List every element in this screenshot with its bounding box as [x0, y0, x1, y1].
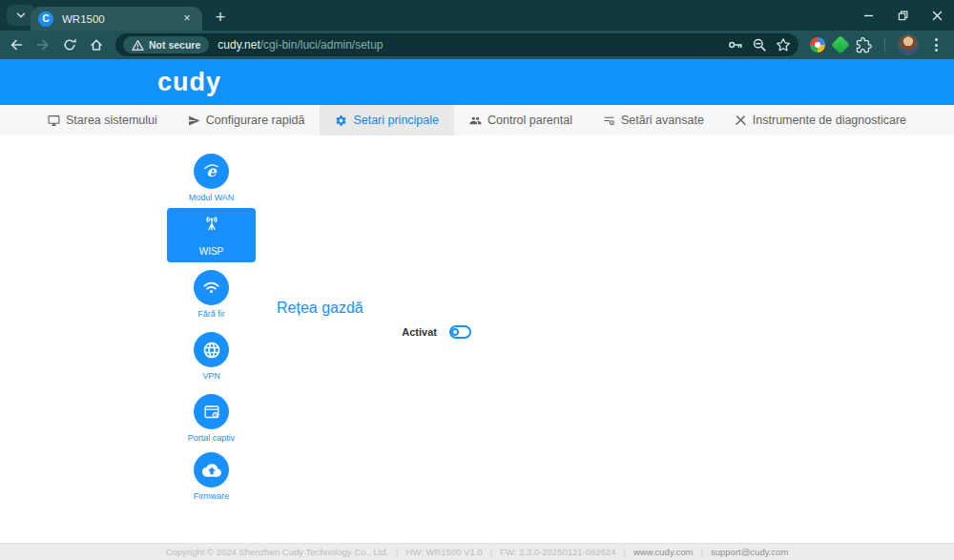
bookmark-star-icon[interactable]: [776, 37, 791, 52]
sidebar: e Modul WAN WISP Fără fir V: [167, 135, 256, 543]
sliders-gear-icon: [603, 114, 615, 127]
nav-label: Configurare rapidă: [206, 114, 305, 127]
sidebar-item-label: Modul WAN: [189, 193, 235, 202]
sidebar-item-label: Fără fir: [197, 309, 225, 319]
paper-plane-icon: [188, 114, 200, 127]
main-nav: Starea sistemului Configurare rapidă Set…: [0, 105, 954, 135]
close-button[interactable]: [920, 0, 954, 31]
sidebar-item-label: Firmware: [194, 491, 230, 501]
restore-icon: [898, 10, 908, 21]
footer-copyright: Copyright © 2024 Shenzhen Cudy Technolog…: [166, 547, 388, 557]
home-icon: [89, 37, 104, 52]
browser-window: C WR1500 × +: [0, 0, 954, 560]
captive-portal-icon: [194, 394, 229, 429]
tab-diagnostic-tools[interactable]: Instrumente de diagnosticare: [719, 105, 922, 135]
footer-firmware: FW: 2.3.0-20250121-092624: [483, 547, 616, 557]
extension-green-icon[interactable]: [831, 35, 850, 54]
cloud-upload-icon: [194, 452, 229, 487]
reload-button[interactable]: [56, 31, 83, 58]
browser-e-icon: e: [194, 154, 229, 189]
page-content: e Modul WAN WISP Fără fir V: [0, 135, 954, 543]
gear-icon: [335, 114, 347, 127]
tab-system-status[interactable]: Starea sistemului: [32, 105, 173, 135]
security-label: Not secure: [149, 39, 200, 51]
tab-parental-control[interactable]: Control parental: [454, 105, 588, 135]
page-title: Rețea gazdă: [277, 300, 363, 317]
sidebar-item-firmware[interactable]: Firmware: [167, 452, 256, 501]
browser-tab[interactable]: C WR1500 ×: [31, 7, 202, 31]
warning-icon: [132, 39, 144, 52]
back-icon: [9, 37, 24, 52]
password-key-icon[interactable]: [728, 37, 743, 52]
window-controls: [851, 0, 954, 31]
sidebar-item-wan-mode[interactable]: e Modul WAN: [167, 154, 256, 202]
sidebar-item-label: WISP: [199, 246, 224, 257]
tab-title: WR1500: [62, 13, 179, 25]
nav-label: Setari principale: [353, 114, 439, 127]
forward-icon: [35, 37, 51, 52]
brand-header: cudy: [0, 59, 954, 105]
sidebar-item-captive-portal[interactable]: Portal captiv: [167, 394, 256, 443]
nav-label: Starea sistemului: [66, 114, 157, 127]
enable-row: Activat: [277, 322, 471, 342]
toolbar-divider: [884, 38, 885, 52]
forward-button[interactable]: [30, 31, 56, 58]
url-path: /cgi-bin/luci/admin/setup: [260, 38, 384, 52]
reload-icon: [62, 37, 77, 52]
minimize-button[interactable]: [851, 0, 885, 31]
sidebar-item-label: Portal captiv: [188, 433, 236, 443]
activat-toggle[interactable]: [449, 325, 471, 339]
minimize-icon: [863, 10, 874, 21]
extensions-puzzle-icon[interactable]: [856, 37, 872, 53]
extension-area: [810, 34, 945, 55]
page-footer: Copyright © 2024 Shenzhen Cudy Technolog…: [0, 543, 954, 560]
chevron-down-icon: [14, 9, 28, 22]
restore-button[interactable]: [885, 0, 920, 31]
antenna-icon: [202, 215, 221, 238]
back-button[interactable]: [3, 31, 30, 58]
tab-close-icon[interactable]: ×: [179, 11, 195, 27]
toggle-knob: [451, 328, 459, 336]
tab-strip: C WR1500 × +: [0, 0, 954, 31]
sidebar-item-wisp[interactable]: WISP: [167, 208, 256, 262]
footer-website-link[interactable]: www.cudy.com: [615, 547, 693, 557]
crossed-tools-icon: [735, 114, 747, 127]
sidebar-item-vpn[interactable]: VPN: [167, 332, 256, 381]
url-text: cudy.net/cgi-bin/luci/admin/setup: [218, 38, 728, 52]
url-host: cudy.net: [218, 38, 259, 52]
browser-menu-icon[interactable]: [927, 34, 945, 55]
tab-quick-setup[interactable]: Configurare rapidă: [173, 105, 321, 135]
sidebar-item-wireless[interactable]: Fără fir: [167, 270, 256, 319]
omnibox-icons: [728, 37, 791, 52]
footer-email-link[interactable]: support@cudy.com: [694, 547, 789, 557]
home-button[interactable]: [83, 31, 110, 58]
close-icon: [932, 10, 943, 21]
nav-label: Setări avansate: [621, 114, 704, 127]
profile-avatar[interactable]: [898, 34, 919, 55]
extension-colorful-icon[interactable]: [810, 37, 825, 52]
users-icon: [469, 114, 482, 127]
footer-hardware: HW: WR1500 V1.0: [388, 547, 483, 557]
new-tab-button[interactable]: +: [209, 6, 232, 29]
zoom-out-icon[interactable]: [752, 37, 767, 52]
browser-toolbar: Not secure cudy.net/cgi-bin/luci/admin/s…: [0, 31, 954, 59]
security-chip[interactable]: Not secure: [123, 36, 209, 53]
wifi-icon: [194, 270, 229, 305]
globe-icon: [194, 332, 229, 367]
tab-main-settings[interactable]: Setari principale: [320, 105, 454, 135]
sidebar-item-label: VPN: [202, 371, 220, 381]
address-bar[interactable]: Not secure cudy.net/cgi-bin/luci/admin/s…: [115, 33, 798, 56]
nav-label: Instrumente de diagnosticare: [753, 114, 906, 127]
tab-advanced-settings[interactable]: Setări avansate: [588, 105, 719, 135]
monitor-icon: [48, 114, 60, 127]
nav-label: Control parental: [487, 114, 572, 127]
toggle-label: Activat: [277, 326, 437, 338]
cudy-logo[interactable]: cudy: [157, 68, 221, 97]
cudy-favicon: C: [38, 11, 53, 27]
